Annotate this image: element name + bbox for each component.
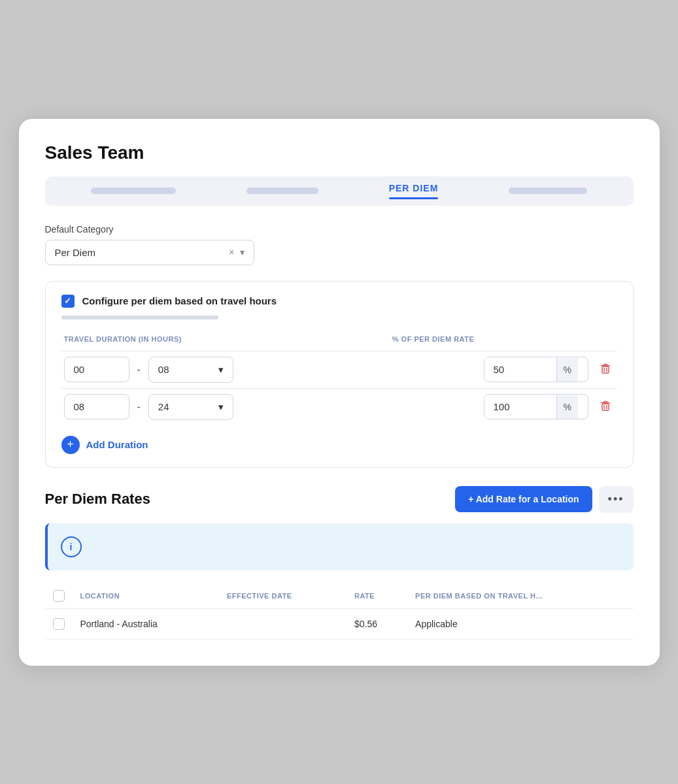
svg-rect-0 bbox=[602, 367, 609, 373]
chevron-down-icon[interactable]: ▾ bbox=[240, 247, 245, 257]
main-card: Sales Team PER DIEM Default Category Per… bbox=[19, 119, 660, 666]
clear-icon[interactable]: × bbox=[229, 247, 234, 257]
duration-from-2[interactable] bbox=[64, 394, 129, 419]
select-value: Per Diem bbox=[55, 247, 96, 258]
delete-row-1-button[interactable] bbox=[596, 359, 615, 380]
rate-input-1[interactable] bbox=[484, 357, 556, 382]
tab-1[interactable] bbox=[91, 188, 176, 194]
row-rate-1: $0.56 bbox=[347, 608, 407, 639]
duration-to-value-2: 24 bbox=[158, 401, 169, 412]
rates-title: Per Diem Rates bbox=[45, 491, 150, 508]
row-effective-date-1 bbox=[219, 608, 347, 639]
select-icons: × ▾ bbox=[229, 247, 244, 257]
rates-header: Per Diem Rates + Add Rate for a Location… bbox=[45, 486, 634, 513]
col-rate-label: % OF PER DIEM RATE bbox=[392, 335, 475, 343]
table-header-row: LOCATION EFFECTIVE DATE RATE PER DIEM BA… bbox=[45, 583, 634, 609]
default-category-select[interactable]: Per Diem × ▾ bbox=[45, 240, 254, 265]
trash-icon bbox=[599, 362, 612, 375]
col-rate: RATE bbox=[347, 583, 407, 609]
duration-row-1: - 08 ▾ % bbox=[61, 351, 617, 388]
col-location: LOCATION bbox=[73, 583, 219, 609]
configure-section: ✓ Configure per diem based on travel hou… bbox=[45, 281, 634, 468]
duration-to-select-2[interactable]: 24 ▾ bbox=[148, 394, 233, 420]
duration-row-2: - 24 ▾ % bbox=[61, 388, 617, 425]
page-title: Sales Team bbox=[45, 142, 634, 163]
rate-wrapper-2: % bbox=[484, 394, 588, 419]
duration-from-1[interactable] bbox=[64, 357, 129, 382]
delete-row-2-button[interactable] bbox=[596, 397, 615, 417]
duration-table-headers: TRAVEL DURATION (IN HOURS) % OF PER DIEM… bbox=[61, 333, 617, 344]
tab-per-diem[interactable]: PER DIEM bbox=[389, 183, 439, 199]
rate-wrapper-1: % bbox=[484, 357, 588, 382]
row-per-diem-1: Applicable bbox=[407, 608, 633, 639]
add-rate-button[interactable]: + Add Rate for a Location bbox=[455, 486, 592, 512]
table-row: Portland - Australia $0.56 Applicable bbox=[45, 608, 634, 639]
rates-header-actions: + Add Rate for a Location ••• bbox=[455, 486, 633, 513]
more-options-button[interactable]: ••• bbox=[599, 486, 634, 513]
rates-table: LOCATION EFFECTIVE DATE RATE PER DIEM BA… bbox=[45, 583, 634, 640]
add-duration-icon: + bbox=[61, 436, 80, 454]
chevron-down-icon: ▾ bbox=[218, 364, 224, 376]
chevron-down-icon: ▾ bbox=[218, 401, 224, 413]
pct-label-2: % bbox=[556, 395, 578, 419]
info-icon: i bbox=[61, 536, 82, 557]
col-duration-label: TRAVEL DURATION (IN HOURS) bbox=[64, 335, 182, 343]
col-per-diem-travel: PER DIEM BASED ON TRAVEL H... bbox=[407, 583, 633, 609]
tab-underline bbox=[389, 197, 439, 199]
tab-2[interactable] bbox=[246, 188, 318, 194]
configure-header: ✓ Configure per diem based on travel hou… bbox=[61, 295, 617, 308]
trash-icon bbox=[599, 399, 612, 412]
select-all-checkbox[interactable] bbox=[53, 590, 65, 602]
dash-1: - bbox=[137, 364, 141, 376]
tab-4[interactable] bbox=[509, 188, 587, 194]
add-duration-label: Add Duration bbox=[86, 439, 148, 450]
configure-divider bbox=[61, 316, 218, 319]
configure-title: Configure per diem based on travel hours bbox=[82, 295, 277, 306]
configure-checkbox[interactable]: ✓ bbox=[61, 295, 75, 308]
default-category-label: Default Category bbox=[45, 224, 634, 235]
check-icon: ✓ bbox=[64, 296, 71, 306]
dash-2: - bbox=[137, 401, 141, 413]
info-box: i bbox=[45, 523, 634, 570]
row-location-1: Portland - Australia bbox=[73, 608, 219, 639]
duration-to-select-1[interactable]: 08 ▾ bbox=[148, 357, 233, 383]
duration-to-value-1: 08 bbox=[158, 364, 169, 375]
col-effective-date: EFFECTIVE DATE bbox=[219, 583, 347, 609]
svg-rect-5 bbox=[602, 404, 609, 410]
add-duration-row[interactable]: + Add Duration bbox=[61, 425, 617, 454]
rate-input-2[interactable] bbox=[484, 395, 556, 419]
tabs-bar: PER DIEM bbox=[45, 176, 634, 206]
pct-label-1: % bbox=[556, 358, 578, 382]
row-checkbox-1[interactable] bbox=[53, 618, 65, 630]
